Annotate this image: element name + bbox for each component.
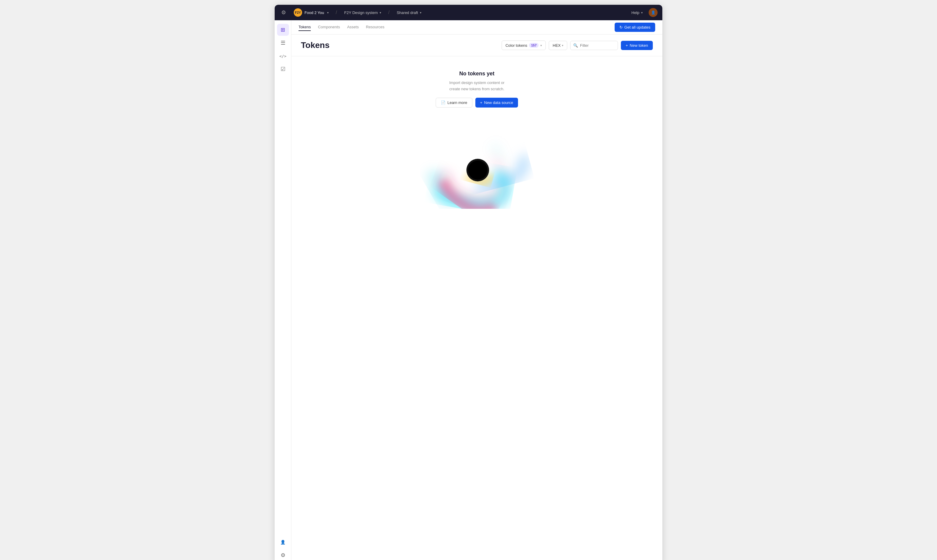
learn-more-icon: 📄: [441, 100, 446, 105]
new-token-plus-icon: +: [626, 43, 628, 48]
sidebar-item-list[interactable]: ☰: [277, 37, 289, 49]
hex-chevron: ▾: [562, 44, 563, 47]
nav-divider-2: /: [388, 10, 389, 15]
page-title: Tokens: [301, 40, 502, 50]
content-area: Tokens Components Assets Resources ↻ Get…: [291, 20, 662, 560]
svg-point-7: [468, 160, 487, 180]
color-tokens-chevron: ▾: [540, 44, 542, 47]
top-navigation: ⚙ F2Y Food 2 You ▾ / F2Y Design system ▾…: [275, 5, 662, 20]
sidebar-item-add-user[interactable]: 👤: [277, 536, 289, 548]
tab-tokens[interactable]: Tokens: [298, 23, 311, 31]
empty-state-actions: 📄 Learn more + New data source: [436, 98, 518, 108]
sidebar-item-code[interactable]: </>: [277, 50, 289, 62]
help-menu[interactable]: Help ▾: [629, 9, 645, 16]
brand-menu[interactable]: F2Y Food 2 You ▾: [291, 7, 331, 18]
tokens-icon: ⊞: [281, 26, 285, 33]
tab-assets[interactable]: Assets: [347, 23, 359, 31]
new-token-label: New token: [630, 43, 648, 48]
nav-gear-icon[interactable]: ⚙: [279, 8, 288, 18]
draft-menu[interactable]: Shared draft ▾: [394, 9, 424, 16]
sync-icon: ↻: [619, 25, 623, 29]
empty-state-title: No tokens yet: [459, 71, 494, 77]
learn-more-button[interactable]: 📄 Learn more: [436, 98, 472, 108]
decorative-swirl: [420, 114, 534, 209]
color-tokens-button[interactable]: Color tokens 157 ▾: [502, 40, 546, 50]
learn-more-label: Learn more: [447, 100, 467, 105]
brand-name: Food 2 You: [304, 11, 324, 15]
new-datasource-plus-icon: +: [480, 100, 483, 105]
header-controls: Color tokens 157 ▾ HEX ▾ 🔍: [502, 40, 653, 50]
hex-label: HEX: [553, 43, 560, 48]
sidebar-item-check[interactable]: ☑: [277, 63, 289, 75]
page-header: Tokens Color tokens 157 ▾ HEX ▾ 🔍: [291, 35, 662, 56]
new-datasource-button[interactable]: + New data source: [475, 98, 518, 108]
new-token-button[interactable]: + New token: [621, 41, 653, 50]
empty-state: No tokens yet Import design system conte…: [436, 71, 518, 108]
nav-divider: /: [336, 10, 337, 15]
list-icon: ☰: [281, 40, 286, 46]
secondary-nav: Tokens Components Assets Resources ↻ Get…: [291, 20, 662, 35]
help-chevron: ▾: [641, 11, 643, 14]
new-datasource-label: New data source: [484, 100, 513, 105]
left-sidebar: ⊞ ☰ </> ☑ 👤 ⚙: [275, 20, 291, 560]
project-menu[interactable]: F2Y Design system ▾: [342, 9, 383, 16]
app-layout: ⊞ ☰ </> ☑ 👤 ⚙: [275, 20, 662, 560]
user-initials: 👤: [651, 11, 656, 15]
add-user-icon: 👤: [280, 540, 286, 545]
draft-chevron: ▾: [420, 11, 421, 14]
sidebar-item-settings[interactable]: ⚙: [277, 549, 289, 560]
main-content: No tokens yet Import design system conte…: [291, 56, 662, 560]
sidebar-item-tokens[interactable]: ⊞: [277, 24, 289, 36]
brand-avatar: F2Y: [294, 8, 302, 17]
filter-search-icon: 🔍: [573, 43, 578, 48]
project-name: F2Y Design system: [344, 11, 378, 15]
filter-wrapper: 🔍: [570, 41, 618, 50]
tab-resources[interactable]: Resources: [366, 23, 384, 31]
tab-components[interactable]: Components: [318, 23, 340, 31]
settings-icon: ⚙: [281, 552, 286, 558]
color-tokens-label: Color tokens: [505, 43, 527, 48]
help-label: Help: [631, 11, 639, 15]
token-count-badge: 157: [529, 43, 539, 48]
draft-name: Shared draft: [397, 11, 418, 15]
get-updates-label: Get all updates: [624, 25, 650, 29]
brand-chevron: ▾: [327, 11, 329, 14]
hex-button[interactable]: HEX ▾: [549, 41, 567, 50]
get-updates-button[interactable]: ↻ Get all updates: [614, 23, 655, 32]
project-chevron: ▾: [380, 11, 381, 14]
code-icon: </>: [279, 54, 286, 58]
check-icon: ☑: [281, 66, 286, 72]
empty-state-description: Import design system content orcreate ne…: [449, 80, 505, 92]
user-avatar[interactable]: 👤: [648, 8, 658, 17]
